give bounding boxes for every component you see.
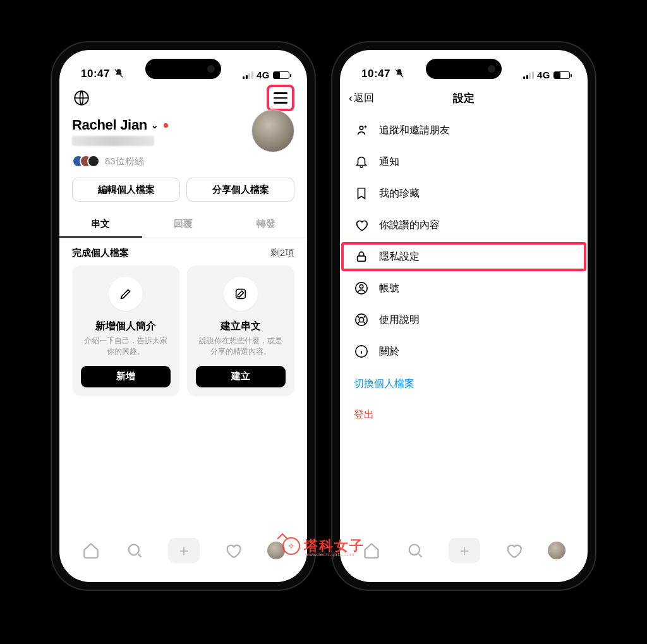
svg-rect-4 xyxy=(358,256,366,261)
nav-activity-icon[interactable] xyxy=(504,541,523,560)
settings-label: 我的珍藏 xyxy=(379,187,420,200)
logout-link[interactable]: 登出 xyxy=(340,401,588,429)
page-title: 設定 xyxy=(453,91,475,106)
profile-avatar[interactable] xyxy=(251,109,294,152)
settings-label: 使用說明 xyxy=(379,313,420,327)
svg-point-2 xyxy=(128,545,138,555)
card-bio-desc: 介紹一下自己，告訴大家你的興趣。 xyxy=(81,336,171,357)
compose-icon xyxy=(224,277,258,311)
settings-item-notifications[interactable]: 通知 xyxy=(340,146,588,178)
help-icon xyxy=(354,312,369,327)
bookmark-icon xyxy=(354,186,369,201)
settings-item-saved[interactable]: 我的珍藏 xyxy=(340,178,588,209)
share-profile-button[interactable]: 分享個人檔案 xyxy=(186,178,294,202)
settings-item-follow-invite[interactable]: 追蹤和邀請朋友 xyxy=(340,114,588,146)
silent-mode-icon xyxy=(114,68,124,80)
onboarding-card-thread: 建立串文 說說你在想些什麼，或是分享的精選內容。 建立 xyxy=(187,265,294,396)
dynamic-island xyxy=(426,59,502,79)
nav-search-icon[interactable] xyxy=(406,541,425,560)
notification-dot xyxy=(164,123,168,128)
onboarding-remaining: 剩2項 xyxy=(270,247,294,259)
card-bio-button[interactable]: 新增 xyxy=(81,366,171,387)
signal-icon xyxy=(243,71,253,79)
svg-point-7 xyxy=(356,314,367,325)
nav-search-icon[interactable] xyxy=(125,541,144,560)
username-redacted xyxy=(72,136,154,146)
switch-profile-link[interactable]: 切換個人檔案 xyxy=(340,367,588,401)
heart-icon xyxy=(354,217,369,233)
onboarding-title: 完成個人檔案 xyxy=(72,247,129,259)
nav-compose-button[interactable]: ＋ xyxy=(449,538,480,563)
info-icon xyxy=(354,344,369,359)
settings-item-about[interactable]: 關於 xyxy=(340,336,588,367)
dynamic-island xyxy=(145,59,221,79)
chevron-down-icon[interactable]: ⌄ xyxy=(151,120,159,130)
network-label: 4G xyxy=(537,70,550,80)
settings-item-liked[interactable]: 你說讚的內容 xyxy=(340,209,588,241)
display-name: Rachel Jian xyxy=(72,117,147,133)
nav-activity-icon[interactable] xyxy=(224,541,243,560)
menu-button-highlight xyxy=(267,85,294,111)
bell-icon xyxy=(354,154,369,169)
screen-right: 10:47 4G ‹ 返回 設定 xyxy=(340,50,588,582)
pencil-icon xyxy=(109,277,143,311)
globe-icon[interactable] xyxy=(72,88,91,107)
nav-profile-avatar[interactable] xyxy=(267,542,285,559)
lock-icon xyxy=(354,249,369,264)
card-bio-title: 新增個人簡介 xyxy=(95,320,156,333)
nav-home-icon[interactable] xyxy=(362,541,381,560)
screen-left: 10:47 4G xyxy=(59,50,307,582)
battery-icon xyxy=(273,71,289,79)
battery-icon xyxy=(553,71,570,79)
follower-avatars xyxy=(72,155,100,167)
status-time: 10:47 xyxy=(81,68,110,80)
tab-replies[interactable]: 回覆 xyxy=(142,212,225,238)
settings-label: 隱私設定 xyxy=(379,250,420,264)
phone-frame-right: 10:47 4G ‹ 返回 設定 xyxy=(331,41,596,591)
settings-list: 追蹤和邀請朋友 通知 我的珍藏 你說讚的內容 隱私設定 xyxy=(340,112,588,432)
nav-profile-avatar[interactable] xyxy=(548,542,565,559)
followers-count[interactable]: 83位粉絲 xyxy=(105,155,144,167)
settings-item-privacy[interactable]: 隱私設定 xyxy=(340,241,588,272)
settings-label: 關於 xyxy=(379,345,399,358)
settings-item-account[interactable]: 帳號 xyxy=(340,272,588,304)
profile-tabs: 串文 回覆 轉發 xyxy=(59,212,307,238)
card-thread-desc: 說說你在想些什麼，或是分享的精選內容。 xyxy=(196,336,286,357)
chevron-left-icon: ‹ xyxy=(349,92,353,105)
status-time: 10:47 xyxy=(361,68,390,80)
signal-icon xyxy=(523,71,534,79)
card-thread-title: 建立串文 xyxy=(221,320,261,333)
phone-frame-left: 10:47 4G xyxy=(51,41,316,591)
bottom-nav: ＋ xyxy=(340,533,588,582)
silent-mode-icon xyxy=(394,68,404,80)
svg-point-10 xyxy=(409,545,419,555)
card-thread-button[interactable]: 建立 xyxy=(196,366,286,387)
person-plus-icon xyxy=(354,123,369,138)
svg-point-8 xyxy=(359,317,363,322)
nav-home-icon[interactable] xyxy=(82,541,100,560)
edit-profile-button[interactable]: 編輯個人檔案 xyxy=(72,178,180,202)
user-icon xyxy=(354,281,369,296)
menu-icon[interactable] xyxy=(271,88,290,107)
settings-label: 帳號 xyxy=(379,282,399,295)
onboarding-card-bio: 新增個人簡介 介紹一下自己，告訴大家你的興趣。 新增 xyxy=(72,265,179,396)
back-button[interactable]: ‹ 返回 xyxy=(349,84,374,112)
settings-header: ‹ 返回 設定 xyxy=(340,84,588,112)
svg-point-3 xyxy=(360,126,363,130)
bottom-nav: ＋ xyxy=(59,533,307,582)
nav-compose-button[interactable]: ＋ xyxy=(168,538,200,563)
settings-label: 通知 xyxy=(379,155,399,169)
tab-threads[interactable]: 串文 xyxy=(59,212,142,238)
network-label: 4G xyxy=(257,70,270,80)
settings-label: 追蹤和邀請朋友 xyxy=(379,124,450,137)
settings-item-help[interactable]: 使用說明 xyxy=(340,304,588,336)
settings-label: 你說讚的內容 xyxy=(379,219,440,232)
svg-point-6 xyxy=(360,285,363,289)
back-label: 返回 xyxy=(354,92,374,105)
tab-reposts[interactable]: 轉發 xyxy=(224,212,307,238)
